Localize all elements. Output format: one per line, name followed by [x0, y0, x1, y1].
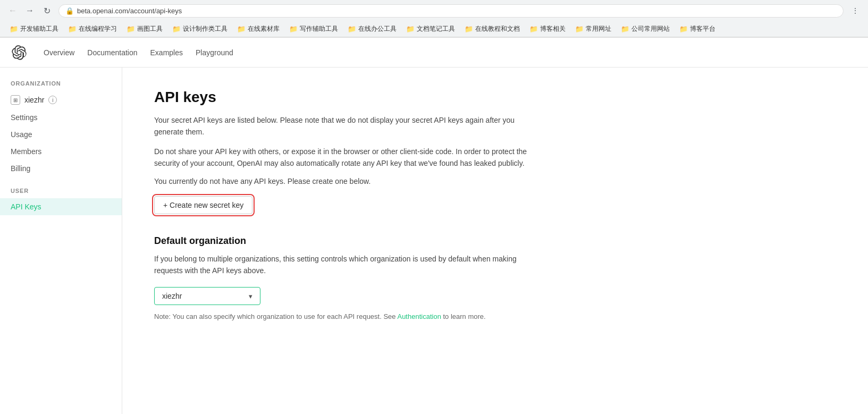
bookmark-item[interactable]: 📁设计制作类工具: [168, 23, 232, 35]
folder-icon: 📁: [465, 25, 473, 33]
description-text-2: Do not share your API key with others, o…: [154, 146, 537, 170]
bookmark-item[interactable]: 📁在线教程和文档: [460, 23, 524, 35]
note-prefix: Note: You can also specify which organiz…: [154, 312, 397, 320]
note-text: Note: You can also specify which organiz…: [154, 312, 836, 320]
sidebar-item-members[interactable]: Members: [0, 143, 122, 160]
bookmark-item[interactable]: 📁博客相关: [525, 23, 570, 35]
create-key-button[interactable]: + Create new secret key: [154, 196, 252, 214]
bookmark-item[interactable]: 📁公司常用网站: [617, 23, 674, 35]
folder-icon: 📁: [289, 25, 298, 33]
note-suffix: to learn more.: [441, 312, 486, 320]
address-text: beta.openai.com/account/api-keys: [77, 7, 182, 15]
nav-links: Overview Documentation Examples Playgrou…: [44, 46, 233, 59]
back-button[interactable]: ←: [5, 3, 20, 18]
app-container: Overview Documentation Examples Playgrou…: [0, 38, 868, 414]
chevron-down-icon: ▾: [249, 292, 252, 300]
dropdown-value: xiezhr: [162, 292, 182, 300]
folder-icon: 📁: [348, 25, 356, 33]
nav-examples[interactable]: Examples: [150, 46, 183, 59]
default-org-section: Default organization If you belong to mu…: [154, 235, 836, 321]
org-icon: ⊞: [11, 95, 20, 105]
folder-icon: 📁: [529, 25, 538, 33]
page-title: API keys: [154, 89, 836, 106]
content-area: ORGANIZATION ⊞ xiezhr i Settings Usage M…: [0, 67, 868, 414]
bookmark-item[interactable]: 📁写作辅助工具: [285, 23, 342, 35]
bookmarks-bar: 📁开发辅助工具📁在线编程学习📁画图工具📁设计制作类工具📁在线素材库📁写作辅助工具…: [0, 21, 868, 37]
folder-icon: 📁: [10, 25, 18, 33]
top-nav: Overview Documentation Examples Playgrou…: [0, 38, 868, 67]
extensions-button[interactable]: ⋮: [848, 3, 863, 18]
main-content: API keys Your secret API keys are listed…: [122, 67, 868, 414]
bookmark-item[interactable]: 📁开发辅助工具: [5, 23, 63, 35]
bookmark-item[interactable]: 📁在线编程学习: [64, 23, 121, 35]
description-text-1: Your secret API keys are listed below. P…: [154, 114, 537, 138]
org-item: ⊞ xiezhr i: [0, 91, 122, 109]
lock-icon: 🔒: [65, 7, 74, 15]
extensions-area: ⋮: [848, 3, 863, 18]
bookmark-item[interactable]: 📁博客平台: [675, 23, 720, 35]
nav-documentation[interactable]: Documentation: [87, 46, 137, 59]
browser-toolbar: ← → ↻ 🔒 beta.openai.com/account/api-keys…: [0, 0, 868, 21]
folder-icon: 📁: [621, 25, 629, 33]
bookmark-item[interactable]: 📁在线素材库: [233, 23, 284, 35]
nav-overview[interactable]: Overview: [44, 46, 74, 59]
sidebar-item-api-keys[interactable]: API Keys: [0, 198, 122, 215]
folder-icon: 📁: [237, 25, 246, 33]
sidebar-item-usage[interactable]: Usage: [0, 126, 122, 143]
sidebar: ORGANIZATION ⊞ xiezhr i Settings Usage M…: [0, 67, 122, 414]
nav-buttons: ← → ↻: [5, 3, 54, 18]
address-bar[interactable]: 🔒 beta.openai.com/account/api-keys: [58, 4, 844, 18]
default-org-description: If you belong to multiple organizations,…: [154, 253, 526, 277]
folder-icon: 📁: [127, 25, 135, 33]
bookmark-item[interactable]: 📁常用网址: [571, 23, 616, 35]
sidebar-item-settings[interactable]: Settings: [0, 109, 122, 126]
default-org-title: Default organization: [154, 235, 836, 247]
org-dropdown[interactable]: xiezhr ▾: [154, 287, 260, 305]
no-keys-text: You currently do not have any API keys. …: [154, 177, 836, 185]
folder-icon: 📁: [172, 25, 181, 33]
org-name: xiezhr: [24, 96, 44, 104]
sidebar-item-billing[interactable]: Billing: [0, 160, 122, 177]
bookmark-item[interactable]: 📁文档笔记工具: [402, 23, 459, 35]
folder-icon: 📁: [575, 25, 584, 33]
bookmark-item[interactable]: 📁画图工具: [122, 23, 167, 35]
folder-icon: 📁: [679, 25, 688, 33]
openai-logo: [11, 44, 28, 61]
bookmark-item[interactable]: 📁在线办公工具: [343, 23, 401, 35]
reload-button[interactable]: ↻: [39, 3, 54, 18]
info-icon[interactable]: i: [48, 96, 57, 104]
folder-icon: 📁: [406, 25, 415, 33]
folder-icon: 📁: [68, 25, 77, 33]
authentication-link[interactable]: Authentication: [397, 312, 441, 320]
forward-button[interactable]: →: [22, 3, 37, 18]
nav-playground[interactable]: Playground: [196, 46, 233, 59]
org-section-title: ORGANIZATION: [0, 80, 122, 91]
browser-chrome: ← → ↻ 🔒 beta.openai.com/account/api-keys…: [0, 0, 868, 38]
user-section-title: USER: [0, 188, 122, 198]
